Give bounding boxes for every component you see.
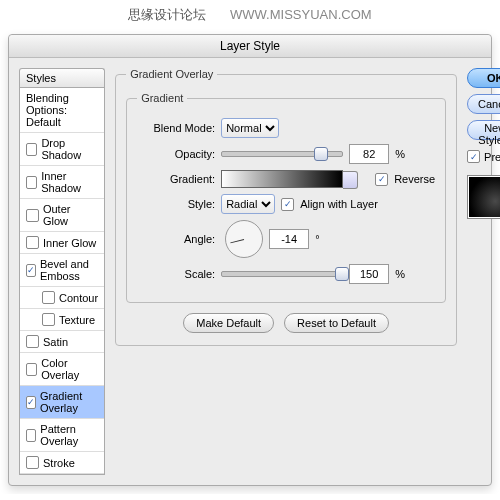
- style-item-label: Outer Glow: [43, 203, 98, 227]
- style-item-label: Satin: [43, 336, 68, 348]
- style-item-inner-glow[interactable]: Inner Glow: [20, 232, 104, 254]
- angle-label: Angle:: [137, 233, 215, 245]
- style-item-gradient-overlay[interactable]: Gradient Overlay: [20, 386, 104, 419]
- gradient-overlay-fieldset: Gradient Overlay Gradient Blend Mode: No…: [115, 68, 457, 346]
- settings-column: Gradient Overlay Gradient Blend Mode: No…: [115, 68, 457, 475]
- angle-input[interactable]: [269, 229, 309, 249]
- reverse-checkbox[interactable]: [375, 173, 388, 186]
- style-checkbox[interactable]: [42, 313, 55, 326]
- scale-slider[interactable]: [221, 271, 343, 277]
- style-checkbox[interactable]: [26, 429, 36, 442]
- default-buttons-row: Make Default Reset to Default: [126, 313, 446, 333]
- scale-thumb[interactable]: [335, 267, 349, 281]
- style-item-label: Pattern Overlay: [40, 423, 98, 447]
- style-item-texture[interactable]: Texture: [20, 309, 104, 331]
- style-item-label: Contour: [59, 292, 98, 304]
- gradient-label: Gradient:: [137, 173, 215, 185]
- opacity-label: Opacity:: [137, 148, 215, 160]
- align-label: Align with Layer: [300, 198, 378, 210]
- styles-header[interactable]: Styles: [19, 68, 105, 87]
- style-item-inner-shadow[interactable]: Inner Shadow: [20, 166, 104, 199]
- scale-suffix: %: [395, 268, 405, 280]
- scale-label: Scale:: [137, 268, 215, 280]
- style-select[interactable]: Radial: [221, 194, 275, 214]
- preview-checkbox[interactable]: [467, 150, 480, 163]
- style-row: Style: Radial Align with Layer: [137, 194, 435, 214]
- ok-button[interactable]: OK: [467, 68, 500, 88]
- align-checkbox[interactable]: [281, 198, 294, 211]
- blend-mode-select[interactable]: Normal: [221, 118, 279, 138]
- style-item-label: Inner Glow: [43, 237, 96, 249]
- style-checkbox[interactable]: [26, 456, 39, 469]
- blending-options-row[interactable]: Blending Options: Default: [20, 88, 104, 133]
- style-item-bevel-and-emboss[interactable]: Bevel and Emboss: [20, 254, 104, 287]
- style-item-label: Stroke: [43, 457, 75, 469]
- layer-style-window: Layer Style Styles Blending Options: Def…: [8, 34, 492, 486]
- style-checkbox[interactable]: [26, 335, 39, 348]
- angle-row: Angle: °: [137, 220, 435, 258]
- watermark: 思缘设计论坛 WWW.MISSYUAN.COM: [0, 0, 500, 30]
- watermark-url: WWW.MISSYUAN.COM: [230, 7, 372, 22]
- style-item-contour[interactable]: Contour: [20, 287, 104, 309]
- new-style-button[interactable]: New Style...: [467, 120, 500, 140]
- gradient-fieldset: Gradient Blend Mode: Normal Opacity: % G…: [126, 92, 446, 303]
- style-item-label: Texture: [59, 314, 95, 326]
- cancel-button[interactable]: Cancel: [467, 94, 500, 114]
- preview-label: Preview: [484, 151, 500, 163]
- opacity-thumb[interactable]: [314, 147, 328, 161]
- opacity-input[interactable]: [349, 144, 389, 164]
- style-item-color-overlay[interactable]: Color Overlay: [20, 353, 104, 386]
- style-checkbox[interactable]: [26, 264, 36, 277]
- style-item-label: Color Overlay: [41, 357, 98, 381]
- scale-row: Scale: %: [137, 264, 435, 284]
- styles-column: Styles Blending Options: Default Drop Sh…: [19, 68, 105, 475]
- reverse-label: Reverse: [394, 173, 435, 185]
- style-item-stroke[interactable]: Stroke: [20, 452, 104, 474]
- style-item-label: Inner Shadow: [41, 170, 98, 194]
- make-default-button[interactable]: Make Default: [183, 313, 274, 333]
- style-checkbox[interactable]: [26, 176, 37, 189]
- angle-suffix: °: [315, 233, 319, 245]
- gradient-legend: Gradient: [137, 92, 187, 104]
- style-checkbox[interactable]: [26, 236, 39, 249]
- style-item-label: Gradient Overlay: [40, 390, 98, 414]
- opacity-row: Opacity: %: [137, 144, 435, 164]
- style-checkbox[interactable]: [26, 363, 37, 376]
- reset-default-button[interactable]: Reset to Default: [284, 313, 389, 333]
- preview-row: Preview: [467, 150, 500, 163]
- style-item-label: Drop Shadow: [41, 137, 98, 161]
- style-item-label: Bevel and Emboss: [40, 258, 98, 282]
- window-content: Styles Blending Options: Default Drop Sh…: [9, 58, 491, 485]
- gradient-row: Gradient: Reverse: [137, 170, 435, 188]
- blend-mode-row: Blend Mode: Normal: [137, 118, 435, 138]
- style-checkbox[interactable]: [26, 143, 37, 156]
- gradient-picker[interactable]: [221, 170, 343, 188]
- scale-input[interactable]: [349, 264, 389, 284]
- styles-list: Blending Options: Default Drop ShadowInn…: [19, 87, 105, 475]
- style-item-outer-glow[interactable]: Outer Glow: [20, 199, 104, 232]
- style-checkbox[interactable]: [26, 396, 36, 409]
- blend-mode-label: Blend Mode:: [137, 122, 215, 134]
- opacity-suffix: %: [395, 148, 405, 160]
- opacity-slider[interactable]: [221, 151, 343, 157]
- style-item-pattern-overlay[interactable]: Pattern Overlay: [20, 419, 104, 452]
- fieldset-title: Gradient Overlay: [126, 68, 217, 80]
- window-title: Layer Style: [9, 35, 491, 58]
- preview-swatch: [467, 175, 500, 219]
- style-checkbox[interactable]: [26, 209, 39, 222]
- style-checkbox[interactable]: [42, 291, 55, 304]
- angle-dial[interactable]: [225, 220, 263, 258]
- style-item-satin[interactable]: Satin: [20, 331, 104, 353]
- style-item-drop-shadow[interactable]: Drop Shadow: [20, 133, 104, 166]
- right-column: OK Cancel New Style... Preview: [467, 68, 500, 475]
- watermark-cn: 思缘设计论坛: [128, 7, 206, 22]
- style-label: Style:: [137, 198, 215, 210]
